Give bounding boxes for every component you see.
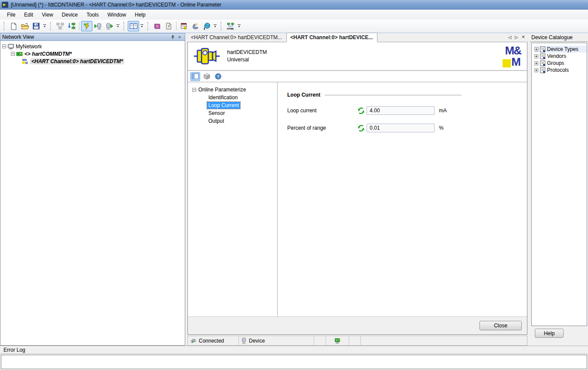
param-row-percent-of-range: Percent of range %: [287, 123, 518, 133]
toolbar-grip[interactable]: [123, 22, 126, 30]
refresh-icon[interactable]: [357, 124, 365, 132]
menu-help[interactable]: Help: [130, 10, 150, 19]
add-device-button[interactable]: [66, 21, 77, 31]
device-actions-dropdown-button[interactable]: ▼: [115, 21, 121, 31]
window-title: [Unnamed] (*) - fdtCONTAINER - <HART Cha…: [11, 2, 221, 8]
nav-item-loop-current[interactable]: Loop Current: [207, 101, 277, 109]
help-button-icon[interactable]: ?: [213, 72, 223, 81]
toolbar-grip[interactable]: [3, 22, 6, 30]
catalogue-page-icon: [540, 47, 545, 52]
upload-from-device-button[interactable]: [92, 21, 104, 31]
menu-tools[interactable]: Tools: [82, 10, 103, 19]
support-button[interactable]: ?: [190, 21, 201, 31]
percent-of-range-input[interactable]: [367, 124, 435, 132]
param-unit: %: [439, 125, 444, 131]
web-link-button[interactable]: [201, 21, 212, 31]
menu-edit[interactable]: Edit: [20, 10, 37, 19]
collapse-icon[interactable]: [11, 52, 15, 56]
catalogue-item-vendors[interactable]: Vendors: [534, 53, 587, 60]
new-project-button[interactable]: [8, 21, 19, 31]
collapse-icon[interactable]: [192, 88, 196, 92]
loop-current-input[interactable]: [367, 106, 435, 115]
menu-window[interactable]: Window: [103, 10, 131, 19]
export-dropdown-button[interactable]: ▼: [236, 21, 242, 31]
pin-icon[interactable]: [169, 34, 176, 40]
expand-icon[interactable]: [534, 54, 538, 58]
catalogue-item-label: Groups: [547, 60, 564, 66]
close-icon[interactable]: ×: [176, 34, 183, 40]
menu-bar: File Edit View Device Tools Window Help: [0, 10, 588, 20]
tab-scroll-left-icon[interactable]: ◁: [508, 35, 512, 40]
catalogue-item-groups[interactable]: Groups: [534, 60, 587, 67]
toolbar-grip[interactable]: [221, 22, 223, 30]
nav-item-sensor[interactable]: Sensor: [207, 109, 277, 117]
html-export-button[interactable]: HTML: [225, 21, 236, 31]
help-dropdown-button[interactable]: ▼: [212, 21, 218, 31]
network-view-panel: Network View × MyNetwork <> hartCOMMDTM*…: [0, 33, 185, 346]
tab-scroll-right-icon[interactable]: ▷: [515, 35, 518, 40]
device-catalogue-toggle-button[interactable]: [128, 21, 139, 31]
dtm-content: Online Parameterize Identification Loop …: [188, 82, 527, 316]
chevron-down-icon: ▼: [117, 25, 119, 28]
tab-close-icon[interactable]: ×: [522, 34, 525, 40]
device-catalogue-footer: Help: [530, 326, 588, 346]
tree-item-mynetwork[interactable]: MyNetwork: [2, 43, 185, 50]
tree-item-label: <HART Channel:0> hartDEVICEDTM*: [30, 58, 124, 64]
download-device-icon: [105, 23, 113, 30]
status-datasource: [326, 336, 349, 345]
show-navigation-button[interactable]: [190, 72, 200, 81]
menu-view[interactable]: View: [37, 10, 58, 19]
expand-icon[interactable]: [534, 47, 538, 51]
chevron-down-icon: ▼: [141, 25, 143, 28]
status-segment-empty: [361, 336, 527, 345]
help-page-icon: ?: [165, 23, 172, 30]
param-row-loop-current: Loop current mA: [287, 106, 518, 115]
dtm-header: hartDEVICEDTM Universal M& M: [188, 42, 527, 71]
views-button[interactable]: [202, 72, 211, 81]
download-to-device-button[interactable]: [104, 21, 115, 31]
status-device-label: Device: [249, 338, 265, 344]
add-device-icon: [68, 23, 75, 30]
expand-icon[interactable]: [534, 68, 538, 72]
collapse-icon[interactable]: [2, 44, 6, 48]
help-contents-button[interactable]: ?: [152, 21, 163, 31]
param-label: Percent of range: [287, 125, 357, 131]
catalogue-item-device-types[interactable]: Device Types: [534, 46, 587, 53]
expand-icon[interactable]: [534, 61, 538, 65]
network-tree: MyNetwork <> hartCOMMDTM* M&M <HART Chan…: [0, 41, 185, 346]
catalogue-item-label: Protocols: [547, 67, 569, 73]
save-project-button[interactable]: [31, 21, 42, 31]
toolbar-grip[interactable]: [147, 22, 150, 30]
network-topology-button: [54, 21, 66, 31]
tree-item-hartdevicedtm[interactable]: M&M <HART Channel:0> hartDEVICEDTM*: [2, 57, 185, 65]
mm-logo: M& M: [503, 45, 521, 67]
title-bar: [Unnamed] (*) - fdtCONTAINER - <HART Cha…: [0, 0, 588, 10]
catalogue-dropdown-button[interactable]: ▼: [139, 21, 145, 31]
close-button[interactable]: Close: [479, 321, 522, 330]
tab-hartdevicedtm-2-active[interactable]: <HART Channel:0> hartDEVICE...: [286, 33, 377, 42]
svg-text:?: ?: [156, 24, 158, 28]
tree-item-hartcommdtm[interactable]: <> hartCOMMDTM*: [2, 50, 185, 57]
connect-button[interactable]: [81, 21, 92, 31]
refresh-icon[interactable]: [357, 107, 365, 114]
license-info-button[interactable]: [178, 21, 190, 31]
help-button[interactable]: Help: [535, 329, 564, 338]
tab-hartdevicedtm-1[interactable]: <HART Channel:0> hartDEVICEDTM...: [187, 33, 286, 42]
error-log-content[interactable]: [1, 355, 587, 369]
menu-device[interactable]: Device: [58, 10, 82, 19]
save-dropdown-button[interactable]: ▼: [42, 21, 48, 31]
param-unit: mA: [439, 108, 447, 114]
tab-scroll-controls: ◁ ▷ ×: [508, 34, 527, 42]
nav-item-output[interactable]: Output: [207, 117, 277, 125]
help-circle-icon: ?: [215, 73, 221, 80]
menu-file[interactable]: File: [3, 10, 20, 19]
catalogue-item-protocols[interactable]: Protocols: [534, 67, 587, 74]
help-topic-button[interactable]: ?: [163, 21, 174, 31]
globe-icon: [203, 23, 211, 30]
toolbar-grip[interactable]: [50, 22, 53, 30]
nav-item-identification[interactable]: Identification: [207, 94, 277, 101]
open-project-button[interactable]: [19, 21, 31, 31]
support-phone-icon: ?: [192, 23, 199, 30]
nav-root-online-parameterize[interactable]: Online Parameterize: [192, 86, 277, 94]
document-tab-bar: <HART Channel:0> hartDEVICEDTM... <HART …: [187, 33, 527, 42]
